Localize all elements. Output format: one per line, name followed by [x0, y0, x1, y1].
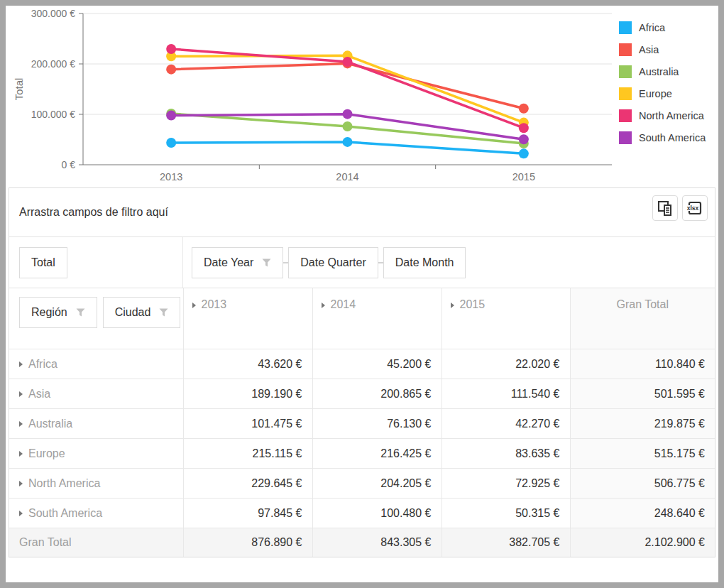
pivot-grid: Arrastra campos de filtro aquí	[9, 187, 715, 557]
data-point-asia-2015	[519, 104, 529, 114]
expand-icon[interactable]	[19, 421, 23, 427]
filter-funnel-icon[interactable]	[159, 308, 168, 317]
filter-funnel-icon[interactable]	[262, 258, 271, 267]
export-xlsx-button[interactable]: xlsx	[682, 195, 708, 221]
field-panel: Total Date Year Date Quarter	[9, 237, 715, 288]
window-frame: 0 €100.000 €200.000 €300.000 €2013201420…	[0, 0, 724, 588]
cell: 76.130 €	[312, 409, 441, 439]
data-point-north-america-2015	[519, 123, 529, 133]
legend-marker	[619, 131, 632, 144]
row-fields-area[interactable]: Región Ciudad	[9, 288, 183, 349]
legend-marker	[619, 65, 632, 78]
legend-label: Europe	[639, 88, 672, 99]
cell: 200.865 €	[312, 379, 441, 409]
legend-marker	[619, 43, 632, 56]
cell-grand-total: 248.640 €	[570, 499, 715, 528]
expand-icon[interactable]	[19, 481, 23, 486]
row-header-asia[interactable]: Asia	[9, 379, 183, 409]
cell-grand-total: 506.775 €	[570, 469, 715, 499]
cell: 43.620 €	[183, 349, 312, 379]
expand-icon[interactable]	[19, 361, 23, 367]
legend-item-asia: Asia	[619, 43, 659, 56]
row-header-north-america[interactable]: North America	[9, 469, 183, 499]
expand-icon[interactable]	[322, 303, 325, 308]
legend-item-south-america: South America	[619, 131, 706, 144]
legend-label: Australia	[639, 66, 679, 77]
legend-marker	[619, 87, 632, 100]
cell: 111.540 €	[441, 379, 570, 409]
field-region[interactable]: Región	[19, 297, 97, 328]
field-date-year[interactable]: Date Year	[192, 247, 283, 278]
table-row-africa: Africa 43.620 € 45.200 € 22.020 € 110.84…	[9, 349, 715, 379]
app-content: 0 €100.000 €200.000 €300.000 €2013201420…	[6, 6, 718, 582]
x-axis-label: 2015	[512, 171, 535, 183]
cell: 876.890 €	[183, 528, 312, 557]
total-by-year-chart: 0 €100.000 €200.000 €300.000 €2013201420…	[6, 6, 718, 187]
field-connector	[378, 262, 383, 263]
line-chart-canvas: 0 €100.000 €200.000 €300.000 €2013201420…	[6, 6, 718, 187]
data-point-asia-2013	[166, 65, 176, 75]
table-row-asia: Asia 189.190 € 200.865 € 111.540 € 501.5…	[9, 379, 715, 409]
y-axis-label: 100.000 €	[31, 109, 75, 120]
expand-icon[interactable]	[192, 303, 196, 308]
cell: 382.705 €	[441, 528, 570, 557]
export-xlsx-icon: xlsx	[686, 200, 703, 217]
data-point-north-america-2014	[343, 57, 353, 67]
legend-label: South America	[639, 132, 706, 143]
cell: 216.425 €	[312, 439, 441, 469]
legend-marker	[619, 109, 632, 122]
y-axis-label: 200.000 €	[31, 58, 75, 70]
row-header-south-america[interactable]: South America	[9, 499, 183, 528]
data-point-africa-2013	[166, 138, 176, 148]
cell: 100.480 €	[312, 499, 441, 528]
data-point-australia-2014	[343, 121, 353, 131]
data-fields-area[interactable]: Total	[9, 237, 183, 288]
table-row-europe: Europe 215.115 € 216.425 € 83.635 € 515.…	[9, 439, 715, 469]
table-row-grand-total: Gran Total 876.890 € 843.305 € 382.705 €…	[9, 528, 715, 557]
legend-label: North America	[639, 110, 705, 121]
data-point-africa-2014	[343, 137, 353, 147]
cell: 189.190 €	[183, 379, 312, 409]
field-total[interactable]: Total	[19, 247, 67, 278]
data-point-south-america-2014	[343, 109, 353, 119]
row-header-australia[interactable]: Australia	[9, 409, 183, 439]
table-row-australia: Australia 101.475 € 76.130 € 42.270 € 21…	[9, 409, 715, 439]
cell: 45.200 €	[312, 349, 441, 379]
column-header-2015[interactable]: 2015	[441, 288, 570, 349]
cell: 83.635 €	[441, 439, 570, 469]
legend-item-africa: Africa	[619, 21, 666, 34]
column-header-2013[interactable]: 2013	[183, 288, 312, 349]
column-header-row: Región Ciudad	[9, 288, 715, 349]
field-date-quarter[interactable]: Date Quarter	[288, 247, 378, 278]
expand-icon[interactable]	[451, 303, 454, 308]
column-header-2014[interactable]: 2014	[312, 288, 441, 349]
filter-funnel-icon[interactable]	[76, 308, 85, 317]
cell-grand-total: 2.102.900 €	[570, 528, 715, 557]
cell: 843.305 €	[312, 528, 441, 557]
cell: 229.645 €	[183, 469, 312, 499]
column-fields-area[interactable]: Date Year Date Quarter Date Month	[183, 237, 466, 288]
cell: 42.270 €	[441, 409, 570, 439]
legend-item-north-america: North America	[619, 109, 705, 122]
field-date-month[interactable]: Date Month	[383, 247, 466, 278]
column-header-grand-total: Gran Total	[570, 288, 715, 349]
expand-icon[interactable]	[19, 451, 23, 457]
data-point-north-america-2013	[166, 44, 176, 54]
expand-icon[interactable]	[19, 511, 23, 516]
field-ciudad[interactable]: Ciudad	[103, 297, 181, 328]
field-chooser-button[interactable]	[652, 195, 678, 221]
filter-fields-area[interactable]: Arrastra campos de filtro aquí	[9, 188, 715, 237]
legend-marker	[619, 21, 632, 34]
row-header-europe[interactable]: Europe	[9, 439, 183, 469]
field-chooser-icon	[657, 200, 673, 217]
pivot-toolbar: xlsx	[652, 195, 708, 221]
pivot-table: Región Ciudad	[9, 288, 715, 557]
table-row-south-america: South America 97.845 € 100.480 € 50.315 …	[9, 499, 715, 528]
cell: 101.475 €	[183, 409, 312, 439]
cell-grand-total: 515.175 €	[570, 439, 715, 469]
x-axis-label: 2013	[160, 171, 182, 183]
row-header-africa[interactable]: Africa	[9, 349, 183, 379]
expand-icon[interactable]	[19, 391, 23, 397]
cell: 204.205 €	[312, 469, 441, 499]
svg-text:xlsx: xlsx	[687, 205, 699, 212]
